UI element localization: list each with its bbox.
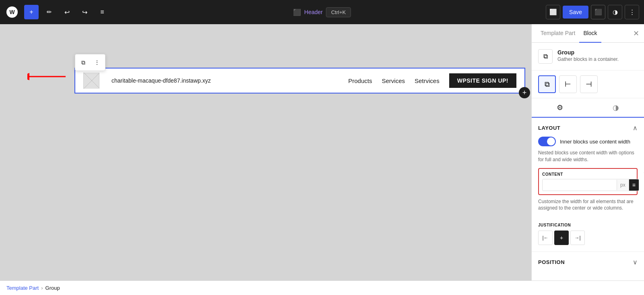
position-header: Position ∨ bbox=[538, 258, 638, 266]
add-after-icon: + bbox=[522, 89, 527, 97]
list-view-button[interactable]: ≡ bbox=[95, 5, 109, 19]
sidebar-tabs: Template Part Block ✕ bbox=[532, 24, 644, 43]
toolbar-center: ⬛ Header Ctrl+K bbox=[293, 7, 351, 17]
main-area: ⧉ ⋮ charitable-macaque-dfde87.instawp.xy… bbox=[0, 24, 644, 280]
search-shortcut-text: Ctrl+K bbox=[331, 9, 346, 15]
content-width-toggle[interactable] bbox=[538, 137, 556, 146]
block-tab-label: Block bbox=[583, 30, 597, 36]
wp-logo[interactable]: W bbox=[5, 5, 19, 19]
justify-right-button[interactable]: →| bbox=[570, 231, 585, 245]
style-wide-button[interactable]: ⊣ bbox=[580, 75, 598, 93]
block-options-icon: ⋮ bbox=[94, 59, 100, 66]
content-input-row: px ≡ bbox=[542, 179, 639, 191]
contrast-button[interactable]: ◑ bbox=[608, 5, 622, 19]
half-circle-icon: ◑ bbox=[613, 104, 619, 112]
template-part-tab-label: Template Part bbox=[541, 30, 575, 36]
toggle-description: Nested blocks use content width with opt… bbox=[538, 150, 638, 163]
more-options-button[interactable]: ⋮ bbox=[625, 5, 639, 19]
style-row-button[interactable]: ⊢ bbox=[559, 75, 577, 93]
gear-icon: ⚙ bbox=[557, 104, 563, 112]
breadcrumb: Template Part › Group bbox=[0, 280, 644, 295]
group-block-info: ⧉ Group Gather blocks in a container. bbox=[532, 43, 644, 71]
redo-icon: ↪ bbox=[82, 8, 87, 16]
layout-section-header: Layout ∧ bbox=[538, 124, 638, 132]
copy-block-button[interactable]: ⧉ bbox=[77, 56, 90, 69]
settings-tab-styles[interactable]: ◑ bbox=[588, 98, 644, 117]
chevron-down-icon: ∨ bbox=[633, 259, 638, 266]
settings-tab-gear[interactable]: ⚙ bbox=[532, 98, 588, 117]
pen-icon: ✏ bbox=[47, 8, 52, 16]
chevron-up-icon: ∧ bbox=[633, 125, 638, 131]
tab-block[interactable]: Block bbox=[579, 24, 601, 43]
header-label-area: ⬛ Header bbox=[293, 8, 323, 16]
content-icon: ≡ bbox=[629, 179, 639, 191]
content-unit[interactable]: px bbox=[617, 180, 629, 190]
justify-center-icon: + bbox=[560, 235, 563, 241]
group-title: Group bbox=[557, 49, 619, 56]
view-toggle-button[interactable]: ⬛ bbox=[591, 5, 605, 19]
justification-label: JUSTIFICATION bbox=[538, 223, 638, 227]
monitor-button[interactable]: ⬜ bbox=[546, 5, 560, 19]
style-group-button[interactable]: ⧉ bbox=[538, 75, 556, 93]
justify-center-button[interactable]: + bbox=[554, 231, 569, 245]
nav-setrvices[interactable]: Setrvices bbox=[415, 77, 440, 84]
content-label: CONTENT bbox=[542, 172, 639, 177]
nav-services[interactable]: Services bbox=[382, 77, 405, 84]
add-icon: + bbox=[29, 8, 33, 16]
justify-left-button[interactable]: |← bbox=[538, 231, 553, 245]
header-block-icon: ⬛ bbox=[293, 8, 301, 16]
block-settings-tabs: ⚙ ◑ bbox=[532, 98, 644, 118]
position-section-title: Position bbox=[538, 259, 565, 265]
style-wide-icon: ⊣ bbox=[586, 80, 592, 89]
header-block: charitable-macaque-dfde87.instawp.xyz Pr… bbox=[74, 68, 525, 93]
save-button[interactable]: Save bbox=[563, 6, 588, 19]
nav-products[interactable]: Products bbox=[348, 77, 372, 84]
justification-section: JUSTIFICATION |← + →| bbox=[532, 223, 644, 251]
copy-block-icon: ⧉ bbox=[81, 59, 85, 66]
block-styles: ⧉ ⊢ ⊣ bbox=[532, 71, 644, 98]
close-icon: ✕ bbox=[633, 29, 639, 37]
contrast-icon: ◑ bbox=[613, 8, 618, 16]
more-options-icon: ⋮ bbox=[629, 8, 635, 16]
sidebar-close-button[interactable]: ✕ bbox=[633, 29, 639, 38]
toggle-row: Inner blocks use content width bbox=[538, 137, 638, 146]
layout-section-title: Layout bbox=[538, 125, 560, 131]
block-options-button[interactable]: ⋮ bbox=[91, 56, 103, 69]
justify-left-icon: |← bbox=[542, 235, 548, 241]
width-row: CONTENT px ≡ WIDE px ≡ bbox=[542, 172, 634, 191]
search-shortcut[interactable]: Ctrl+K bbox=[326, 7, 351, 17]
undo-button[interactable]: ↩ bbox=[60, 5, 74, 19]
add-block-after-button[interactable]: + bbox=[519, 87, 530, 98]
wp-logo-icon: W bbox=[6, 6, 18, 18]
logo-placeholder-svg bbox=[84, 73, 99, 89]
layout-section: Layout ∧ Inner blocks use content width … bbox=[532, 118, 644, 223]
style-group-icon: ⧉ bbox=[545, 80, 550, 89]
cta-button[interactable]: WPSITE SIGN UP! bbox=[449, 73, 516, 88]
left-arrow-svg bbox=[27, 73, 68, 81]
redo-button[interactable]: ↪ bbox=[77, 5, 92, 19]
group-block-icon-box: ⧉ bbox=[538, 49, 553, 64]
toggle-label: Inner blocks use content width bbox=[560, 139, 630, 145]
left-arrow-indicator bbox=[27, 73, 68, 81]
tab-template-part[interactable]: Template Part bbox=[537, 24, 579, 43]
undo-icon: ↩ bbox=[64, 8, 70, 16]
site-url: charitable-macaque-dfde87.instawp.xyz bbox=[111, 77, 211, 84]
layout-collapse-button[interactable]: ∧ bbox=[633, 124, 638, 132]
customize-description: Customize the width for all elements tha… bbox=[538, 198, 638, 212]
group-info: Group Gather blocks in a container. bbox=[557, 49, 619, 62]
content-width-col: CONTENT px ≡ bbox=[542, 172, 639, 191]
view-toggle-icon: ⬛ bbox=[594, 8, 602, 16]
position-collapse-button[interactable]: ∨ bbox=[633, 258, 638, 266]
breadcrumb-group: Group bbox=[45, 285, 60, 291]
toolbar-right: ⬜ Save ⬛ ◑ ⋮ bbox=[546, 5, 639, 19]
breadcrumb-template-part[interactable]: Template Part bbox=[6, 285, 39, 291]
justification-buttons: |← + →| bbox=[538, 231, 638, 245]
site-logo bbox=[83, 73, 99, 89]
add-block-button[interactable]: + bbox=[24, 5, 39, 19]
monitor-icon: ⬜ bbox=[549, 8, 557, 16]
content-width-input[interactable] bbox=[543, 179, 617, 190]
edit-button[interactable]: ✏ bbox=[42, 5, 56, 19]
block-floating-toolbar: ⧉ ⋮ bbox=[75, 54, 105, 71]
save-label: Save bbox=[569, 9, 582, 15]
nav-links: Products Services Setrvices WPSITE SIGN … bbox=[348, 73, 516, 88]
